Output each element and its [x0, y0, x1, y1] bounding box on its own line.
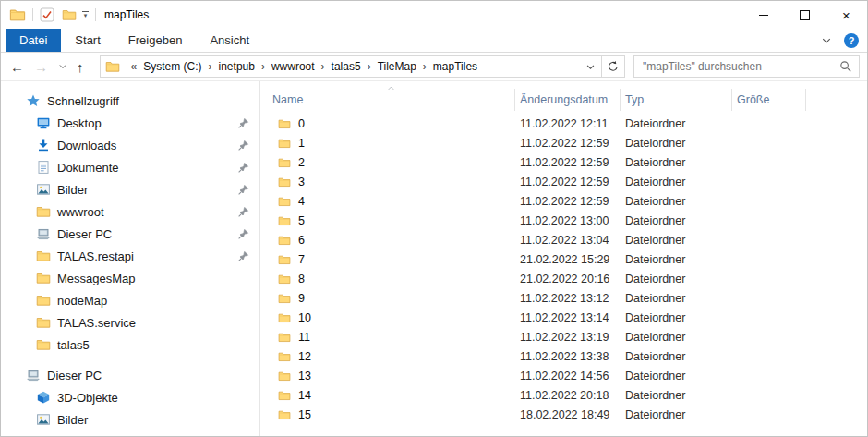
search-placeholder: "mapTiles" durchsuchen	[643, 60, 839, 73]
file-row[interactable]: 10 11.02.2022 13:14 Dateiordner	[260, 308, 867, 327]
file-row[interactable]: 14 11.02.2022 20:18 Dateiordner	[260, 385, 867, 405]
file-row[interactable]: 9 11.02.2022 13:12 Dateiordner	[260, 288, 867, 308]
sidebar-item[interactable]: MessagesMap	[1, 267, 259, 289]
breadcrumb-separator: ›	[321, 60, 325, 73]
column-header-size[interactable]: Größe	[732, 89, 806, 111]
ribbon-tab-bar: Datei Start Freigeben Ansicht ?	[1, 29, 867, 53]
column-header-type[interactable]: Typ	[621, 89, 732, 111]
sidebar-item-icon	[36, 271, 51, 285]
sidebar-item[interactable]: Dokumente	[1, 156, 259, 178]
sidebar-item-icon	[36, 138, 51, 152]
up-button[interactable]: ↑	[77, 60, 84, 74]
file-row[interactable]: 7 21.02.2022 15:29 Dateiordner	[260, 249, 867, 269]
file-type: Dateiordner	[621, 156, 732, 169]
address-bar[interactable]: « System (C:) › inetpub › wwwroot › tala…	[100, 55, 603, 78]
breadcrumb-segment[interactable]: › mapTiles	[416, 60, 477, 73]
expand-ribbon-icon[interactable]	[821, 35, 832, 46]
file-name: 3	[298, 176, 305, 188]
file-name: 2	[298, 156, 305, 169]
sidebar-item-icon	[36, 204, 51, 219]
folder-icon	[278, 117, 291, 130]
file-row[interactable]: 6 11.02.2022 13:04 Dateiordner	[260, 230, 867, 249]
file-row[interactable]: 15 18.02.2022 18:49 Dateiordner	[260, 405, 867, 424]
file-list-pane: Name Änderungsdatum Typ Größe 0 11.02.20…	[260, 81, 867, 436]
file-modified-date: 11.02.2022 13:14	[515, 311, 621, 324]
file-type: Dateiordner	[621, 389, 732, 402]
folder-icon	[278, 389, 291, 402]
breadcrumb-segment[interactable]: « System (C:)	[125, 60, 202, 73]
address-dropdown-icon[interactable]	[585, 62, 596, 72]
sort-ascending-icon[interactable]	[385, 84, 397, 92]
sidebar-item[interactable]: Bilder	[1, 408, 259, 431]
sidebar-item-icon	[36, 249, 51, 263]
maximize-button[interactable]	[784, 1, 826, 29]
breadcrumb-segment[interactable]: › wwwroot	[255, 60, 315, 73]
file-name: 8	[298, 273, 305, 285]
help-button[interactable]: ?	[844, 33, 859, 48]
sidebar-item[interactable]: Desktop	[1, 112, 259, 134]
file-type: Dateiordner	[621, 117, 732, 130]
search-input[interactable]: "mapTiles" durchsuchen	[633, 55, 860, 78]
file-type: Dateiordner	[621, 234, 732, 247]
file-type: Dateiordner	[621, 273, 732, 285]
maximize-icon	[800, 10, 810, 20]
sidebar-item[interactable]: 3D-Objekte	[1, 386, 259, 408]
ribbon-tab[interactable]: Datei	[6, 29, 61, 52]
sidebar-item-icon	[36, 293, 51, 308]
sidebar-item[interactable]: TALAS.service	[1, 311, 259, 334]
sidebar-item[interactable]: Downloads	[1, 134, 259, 156]
navigation-bar: ← → ↑ « System (C:) › inetpub › wwwroot …	[1, 53, 867, 81]
forward-button[interactable]: →	[34, 60, 48, 74]
address-folder-icon	[105, 59, 120, 74]
qat-customize-dropdown[interactable]: ▾	[82, 11, 89, 18]
ribbon-tab[interactable]: Ansicht	[196, 29, 263, 52]
file-modified-date: 11.02.2022 13:19	[515, 331, 621, 344]
sidebar-item[interactable]: Dieser PC	[1, 223, 259, 245]
file-modified-date: 11.02.2022 12:59	[515, 137, 621, 150]
back-button[interactable]: ←	[10, 60, 24, 74]
sidebar-item[interactable]: Bilder	[1, 178, 259, 200]
file-modified-date: 11.02.2022 13:12	[515, 292, 621, 305]
file-row[interactable]: 5 11.02.2022 13:00 Dateiordner	[260, 211, 867, 230]
file-name: 13	[298, 370, 311, 382]
breadcrumb-segment[interactable]: › talas5	[315, 60, 361, 73]
breadcrumb-segment[interactable]: › TileMap	[361, 60, 416, 73]
folder-icon	[278, 370, 291, 382]
sidebar-item-icon	[36, 182, 51, 197]
sidebar-item[interactable]: talas5	[1, 334, 259, 356]
file-row[interactable]: 13 11.02.2022 14:56 Dateiordner	[260, 366, 867, 385]
file-name: 11	[298, 331, 310, 344]
ribbon-tab[interactable]: Freigeben	[115, 29, 197, 52]
recent-locations-dropdown-icon[interactable]	[58, 62, 67, 71]
search-icon[interactable]	[839, 60, 852, 73]
pin-icon	[237, 117, 249, 129]
sidebar-item[interactable]: wwwroot	[1, 200, 259, 223]
file-row[interactable]: 4 11.02.2022 12:59 Dateiordner	[260, 191, 867, 211]
ribbon-tab[interactable]: Start	[61, 29, 114, 52]
sidebar-item[interactable]: Schnellzugriff	[1, 90, 259, 112]
sidebar-item[interactable]: TALAS.restapi	[1, 245, 259, 267]
file-row[interactable]: 8 21.02.2022 20:16 Dateiordner	[260, 269, 867, 288]
close-button[interactable]: ×	[826, 1, 867, 29]
file-row[interactable]: 12 11.02.2022 13:38 Dateiordner	[260, 346, 867, 366]
breadcrumb-separator: ›	[423, 60, 427, 73]
breadcrumb-separator: «	[131, 60, 138, 73]
breadcrumb-segment[interactable]: › inetpub	[202, 60, 255, 73]
folder-icon	[278, 331, 291, 344]
file-row[interactable]: 0 11.02.2022 12:11 Dateiordner	[260, 114, 867, 133]
column-header-modified[interactable]: Änderungsdatum	[515, 89, 621, 111]
file-name: 6	[298, 234, 305, 247]
file-name: 5	[298, 214, 305, 227]
minimize-button[interactable]	[742, 1, 784, 29]
sidebar-item[interactable]: Dieser PC	[1, 364, 259, 386]
file-name: 10	[298, 311, 311, 324]
file-row[interactable]: 1 11.02.2022 12:59 Dateiordner	[260, 133, 867, 152]
refresh-button[interactable]	[601, 55, 625, 78]
file-row[interactable]: 3 11.02.2022 12:59 Dateiordner	[260, 172, 867, 191]
sidebar-item[interactable]: nodeMap	[1, 289, 259, 311]
qat-new-folder-icon[interactable]	[62, 7, 77, 22]
file-row[interactable]: 11 11.02.2022 13:19 Dateiordner	[260, 327, 867, 346]
file-row[interactable]: 2 11.02.2022 12:59 Dateiordner	[260, 152, 867, 172]
file-type: Dateiordner	[621, 292, 732, 305]
qat-properties-check-icon[interactable]	[40, 7, 54, 22]
